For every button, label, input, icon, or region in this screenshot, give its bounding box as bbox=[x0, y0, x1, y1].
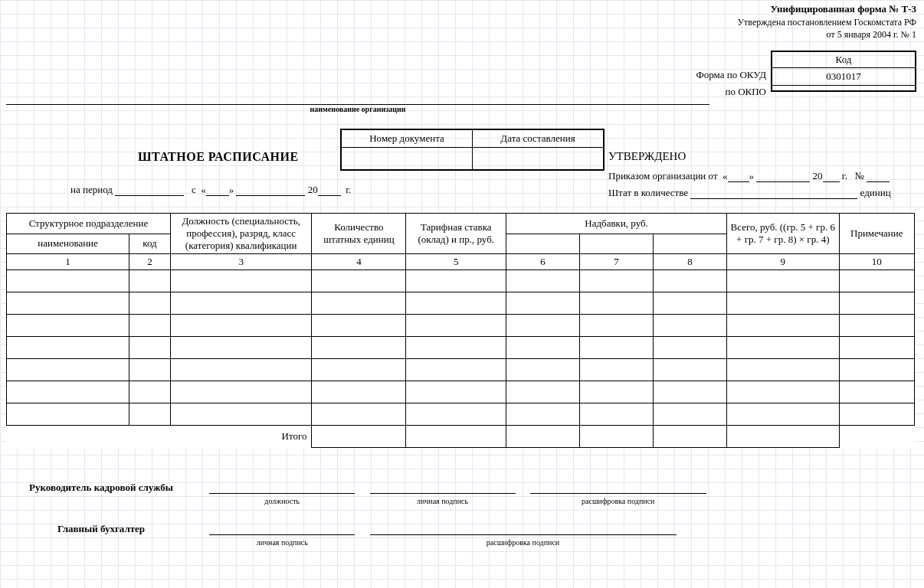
total-rate[interactable] bbox=[406, 426, 506, 448]
table-cell[interactable] bbox=[839, 381, 914, 403]
okud-value[interactable]: 0301017 bbox=[772, 68, 915, 86]
order-year-input[interactable] bbox=[823, 171, 840, 182]
col-struct: Структурное подразделение bbox=[7, 214, 171, 234]
period-input[interactable] bbox=[115, 185, 184, 196]
table-cell[interactable] bbox=[506, 381, 580, 403]
table-cell[interactable] bbox=[7, 315, 129, 337]
table-cell[interactable] bbox=[727, 292, 840, 315]
table-cell[interactable] bbox=[7, 270, 129, 292]
table-cell[interactable] bbox=[506, 292, 580, 315]
table-cell[interactable] bbox=[839, 403, 914, 426]
table-cell[interactable] bbox=[580, 381, 654, 403]
table-cell[interactable] bbox=[654, 359, 727, 381]
table-cell[interactable] bbox=[506, 315, 580, 337]
table-cell[interactable] bbox=[580, 403, 654, 426]
staff-count-input[interactable] bbox=[690, 188, 857, 199]
table-cell[interactable] bbox=[406, 315, 506, 337]
table-cell[interactable] bbox=[839, 359, 914, 381]
total-sum[interactable] bbox=[727, 426, 840, 448]
table-cell[interactable] bbox=[506, 337, 580, 359]
table-cell[interactable] bbox=[839, 292, 914, 315]
table-cell[interactable] bbox=[312, 292, 406, 315]
table-cell[interactable] bbox=[406, 403, 506, 426]
table-cell[interactable] bbox=[170, 315, 312, 337]
table-cell[interactable] bbox=[312, 315, 406, 337]
table-cell[interactable] bbox=[312, 359, 406, 381]
table-cell[interactable] bbox=[7, 359, 129, 381]
hr-signature-input[interactable] bbox=[370, 481, 516, 494]
table-cell[interactable] bbox=[170, 381, 312, 403]
period-day-input[interactable] bbox=[206, 185, 229, 196]
table-cell[interactable] bbox=[654, 337, 727, 359]
okpo-value[interactable] bbox=[772, 86, 915, 90]
col-rate: Тарифная ставка (оклад) и пр., руб. bbox=[406, 214, 506, 254]
doc-num-input[interactable] bbox=[342, 148, 473, 170]
table-cell[interactable] bbox=[580, 359, 654, 381]
table-cell[interactable] bbox=[727, 270, 840, 292]
table-cell[interactable] bbox=[727, 381, 840, 403]
total-addon3[interactable] bbox=[654, 426, 727, 448]
acc-decipher-input[interactable] bbox=[370, 522, 677, 535]
table-cell[interactable] bbox=[129, 381, 171, 403]
table-cell[interactable] bbox=[580, 292, 654, 315]
hr-decipher-input[interactable] bbox=[530, 481, 706, 494]
table-cell[interactable] bbox=[170, 270, 312, 292]
table-row bbox=[7, 403, 915, 426]
table-cell[interactable] bbox=[129, 270, 171, 292]
table-cell[interactable] bbox=[312, 403, 406, 426]
table-cell[interactable] bbox=[312, 270, 406, 292]
org-name-input[interactable] bbox=[6, 96, 709, 105]
table-cell[interactable] bbox=[654, 292, 727, 315]
table-cell[interactable] bbox=[506, 403, 580, 426]
table-cell[interactable] bbox=[727, 403, 840, 426]
table-cell[interactable] bbox=[170, 403, 312, 426]
table-cell[interactable] bbox=[506, 359, 580, 381]
table-cell[interactable] bbox=[580, 270, 654, 292]
period-month-input[interactable] bbox=[236, 185, 305, 196]
table-cell[interactable] bbox=[7, 337, 129, 359]
total-count[interactable] bbox=[312, 426, 406, 448]
table-cell[interactable] bbox=[312, 381, 406, 403]
hr-position-input[interactable] bbox=[209, 481, 355, 494]
table-cell[interactable] bbox=[7, 381, 129, 403]
acc-signature-input[interactable] bbox=[209, 522, 355, 535]
order-month-input[interactable] bbox=[756, 171, 810, 182]
table-cell[interactable] bbox=[7, 403, 129, 426]
table-cell[interactable] bbox=[654, 315, 727, 337]
table-cell[interactable] bbox=[129, 337, 171, 359]
table-cell[interactable] bbox=[654, 270, 727, 292]
table-cell[interactable] bbox=[406, 359, 506, 381]
order-num-input[interactable] bbox=[867, 171, 890, 182]
table-cell[interactable] bbox=[839, 270, 914, 292]
table-cell[interactable] bbox=[129, 403, 171, 426]
total-addon1[interactable] bbox=[506, 426, 580, 448]
table-cell[interactable] bbox=[727, 337, 840, 359]
table-cell[interactable] bbox=[727, 315, 840, 337]
table-cell[interactable] bbox=[129, 315, 171, 337]
table-cell[interactable] bbox=[406, 270, 506, 292]
table-cell[interactable] bbox=[839, 315, 914, 337]
doc-date-input[interactable] bbox=[473, 148, 604, 170]
table-cell[interactable] bbox=[129, 359, 171, 381]
table-cell[interactable] bbox=[654, 403, 727, 426]
staff-count-line: Штат в количестве единиц bbox=[608, 187, 891, 199]
table-cell[interactable] bbox=[580, 337, 654, 359]
period-year-input[interactable] bbox=[318, 185, 341, 196]
table-cell[interactable] bbox=[7, 292, 129, 315]
order-day-input[interactable] bbox=[728, 171, 749, 182]
table-cell[interactable] bbox=[170, 337, 312, 359]
table-cell[interactable] bbox=[839, 337, 914, 359]
table-cell[interactable] bbox=[129, 292, 171, 315]
table-cell[interactable] bbox=[170, 292, 312, 315]
code-header: Код bbox=[772, 52, 915, 68]
total-addon2[interactable] bbox=[580, 426, 654, 448]
table-cell[interactable] bbox=[406, 292, 506, 315]
table-cell[interactable] bbox=[580, 315, 654, 337]
table-cell[interactable] bbox=[312, 337, 406, 359]
table-cell[interactable] bbox=[506, 270, 580, 292]
table-cell[interactable] bbox=[654, 381, 727, 403]
table-cell[interactable] bbox=[727, 359, 840, 381]
table-cell[interactable] bbox=[406, 381, 506, 403]
table-cell[interactable] bbox=[406, 337, 506, 359]
table-cell[interactable] bbox=[170, 359, 312, 381]
